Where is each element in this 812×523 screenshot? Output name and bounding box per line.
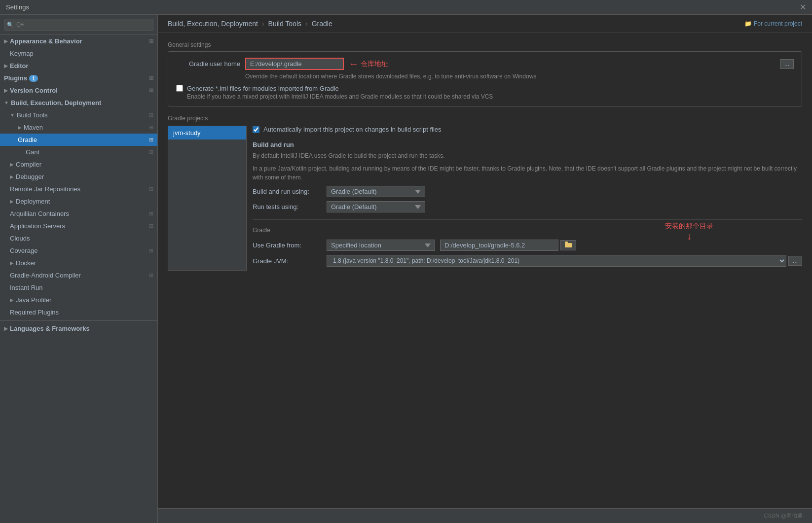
gradle-user-home-input[interactable] (245, 58, 344, 70)
build-run-desc1: By default IntelliJ IDEA uses Gradle to … (253, 151, 802, 160)
sidebar-item-version-control[interactable]: ▶ Version Control ⊞ (0, 84, 157, 97)
build-run-using-select[interactable]: Gradle (Default)IntelliJ IDEA (327, 186, 425, 197)
expand-arrow-icon: ▶ (18, 125, 22, 130)
sidebar-item-build-tools[interactable]: ▼ Build Tools ⊞ (0, 109, 157, 121)
sidebar-item-maven[interactable]: ▶ Maven ⊞ (0, 121, 157, 134)
sidebar-item-coverage[interactable]: Coverage ⊞ (0, 244, 157, 257)
sidebar-item-label: Java Profiler (16, 296, 51, 304)
gradle-path-browse-button[interactable] (560, 240, 576, 250)
svg-rect-0 (565, 243, 572, 247)
install-arrow-down-icon: ↓ (665, 231, 713, 242)
expand-arrow-icon: ▼ (4, 100, 9, 105)
gradle-jvm-browse-button[interactable]: ... (788, 256, 802, 266)
sidebar-item-label: Compiler (16, 161, 41, 168)
sidebar-item-required-plugins[interactable]: Required Plugins (0, 306, 157, 318)
sidebar-item-gant[interactable]: Gant ⊞ (0, 146, 157, 158)
sidebar-item-remote-jar-repos[interactable]: Remote Jar Repositories ⊞ (0, 183, 157, 195)
search-icon: 🔍 (7, 22, 14, 28)
project-list-item[interactable]: jvm-study (168, 126, 246, 139)
sidebar-item-debugger[interactable]: ▶ Debugger (0, 171, 157, 183)
general-settings-label: General settings (168, 41, 211, 48)
sidebar-item-appearance-behavior[interactable]: ▶ Appearance & Behavior ⊞ (0, 35, 157, 47)
expand-arrow-icon: ▼ (10, 112, 15, 118)
search-wrap: 🔍 (0, 15, 157, 35)
breadcrumb-part2: Build Tools (268, 20, 301, 28)
gradle-path-input[interactable] (440, 240, 558, 251)
project-list: jvm-study (168, 126, 247, 271)
for-current-project-label: For current project (754, 20, 802, 27)
sidebar-item-docker[interactable]: ▶ Docker (0, 257, 157, 269)
gradle-jvm-select[interactable]: 1.8 (java version "1.8.0_201", path: D:/… (327, 255, 786, 267)
close-button[interactable]: ✕ (800, 2, 806, 12)
use-gradle-from-container: 安装的那个目录 ↓ Use Gradle from: Specified loc… (253, 240, 802, 251)
install-annotation-wrap: 安装的那个目录 ↓ (665, 222, 713, 242)
generate-iml-label-wrap: Generate *.iml files for modules importe… (187, 85, 493, 100)
sidebar-item-label: Build Tools (17, 111, 48, 119)
sidebar-item-clouds[interactable]: Clouds (0, 232, 157, 244)
expand-arrow-icon: ▶ (10, 199, 14, 204)
sidebar-item-java-profiler[interactable]: ▶ Java Profiler (0, 294, 157, 306)
sidebar-item-build-exec-deploy[interactable]: ▼ Build, Execution, Deployment (0, 97, 157, 109)
search-inner: 🔍 (4, 19, 153, 31)
sidebar-item-arquillian[interactable]: Arquillian Containers ⊞ (0, 208, 157, 220)
sidebar-item-deployment[interactable]: ▶ Deployment (0, 195, 157, 208)
expand-arrow-icon: ▶ (4, 38, 8, 44)
sidebar-item-languages-frameworks[interactable]: ▶ Languages & Frameworks (0, 320, 157, 335)
sidebar-item-label: Gradle-Android Compiler (10, 272, 81, 279)
sidebar-item-label: Maven (24, 124, 43, 131)
sidebar-item-label: Keymap (10, 50, 34, 57)
for-current-project: 📁 For current project (744, 20, 802, 27)
run-tests-using-select[interactable]: Gradle (Default)IntelliJ IDEA (327, 201, 425, 212)
sidebar-item-label: Editor (10, 62, 29, 70)
copy-icon: ⊞ (149, 124, 153, 131)
sidebar-item-app-servers[interactable]: Application Servers ⊞ (0, 220, 157, 232)
gradle-projects-label: Gradle projects (168, 115, 208, 122)
left-arrow-icon: ← (349, 58, 359, 70)
sidebar-item-gradle-android[interactable]: Gradle-Android Compiler ⊞ (0, 269, 157, 281)
breadcrumb-sep1: › (262, 20, 264, 28)
sidebar-item-editor[interactable]: ▶ Editor (0, 60, 157, 72)
build-run-using-row: Build and run using: Gradle (Default)Int… (253, 186, 802, 197)
gradle-home-browse-button[interactable]: ... (780, 59, 794, 69)
search-input[interactable] (4, 19, 153, 31)
gradle-jvm-row: Gradle JVM: 1.8 (java version "1.8.0_201… (253, 255, 802, 267)
content-body: General settings Gradle user home ← 仓库地址 (158, 33, 812, 508)
sidebar-item-label: Coverage (10, 247, 37, 254)
install-annotation-text: 安装的那个目录 (665, 222, 713, 230)
content-header: Build, Execution, Deployment › Build Too… (158, 15, 812, 33)
sidebar-item-keymap[interactable]: Keymap (0, 47, 157, 60)
copy-icon: ⊞ (149, 75, 153, 81)
sidebar-item-label: Required Plugins (10, 309, 59, 316)
run-tests-using-row: Run tests using: Gradle (Default)Intelli… (253, 201, 802, 212)
content-area: Build, Execution, Deployment › Build Too… (158, 15, 812, 523)
sidebar-item-gradle[interactable]: Gradle ⊞ (0, 134, 157, 146)
sidebar-item-label: Version Control (10, 87, 58, 94)
bottom-credit: CSDN @周伯通· (764, 512, 804, 520)
project-icon: 📁 (744, 20, 752, 27)
warehouse-annotation: ← 仓库地址 (349, 58, 388, 70)
sidebar-item-label: Clouds (10, 235, 30, 242)
gradle-projects-layout: jvm-study Automatically import this proj… (168, 126, 802, 271)
auto-import-row: Automatically import this project on cha… (253, 126, 802, 133)
sidebar: 🔍 ▶ Appearance & Behavior ⊞ Keymap ▶ Edi… (0, 15, 158, 523)
auto-import-checkbox[interactable] (253, 126, 259, 133)
sidebar-item-label: Gant (26, 148, 39, 156)
general-settings-label-wrap: General settings (168, 41, 802, 48)
breadcrumb-part1: Build, Execution, Deployment (168, 20, 258, 28)
expand-arrow-icon: ▶ (4, 88, 8, 93)
sidebar-item-label: Gradle (18, 136, 37, 143)
use-gradle-from-select[interactable]: Specified locationWrapper task in Gradle… (327, 240, 435, 251)
sidebar-item-instant-run[interactable]: Instant Run (0, 281, 157, 294)
sidebar-item-compiler[interactable]: ▶ Compiler (0, 158, 157, 171)
sidebar-item-label: Languages & Frameworks (10, 325, 90, 332)
run-tests-using-label: Run tests using: (253, 203, 322, 210)
project-settings: Automatically import this project on cha… (253, 126, 802, 271)
warehouse-annotation-text: 仓库地址 (361, 60, 388, 69)
generate-iml-checkbox[interactable] (176, 85, 183, 92)
auto-import-label: Automatically import this project on cha… (263, 126, 442, 133)
gradle-user-home-row: Gradle user home ← 仓库地址 ... (176, 58, 794, 70)
sidebar-item-label: Remote Jar Repositories (10, 185, 80, 193)
bottom-bar: CSDN @周伯通· (158, 508, 812, 523)
sidebar-item-plugins[interactable]: Plugins 1 ⊞ (0, 72, 157, 84)
use-gradle-from-row: Use Gradle from: Specified locationWrapp… (253, 240, 802, 251)
